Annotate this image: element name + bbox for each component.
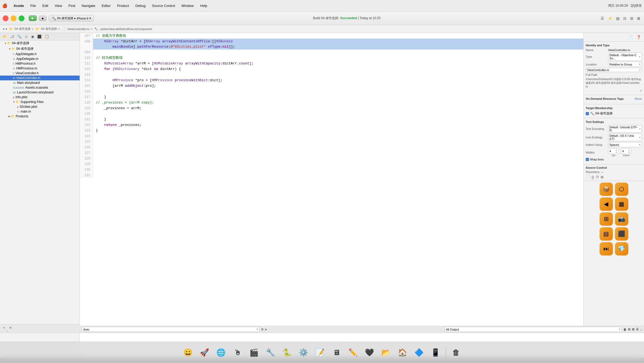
nav-filter-btn[interactable]: ≡ (9, 325, 13, 326)
sc-file-btn[interactable]: 📄 (586, 175, 590, 179)
sidebar-help-btn[interactable]: ❓ (635, 35, 642, 40)
wrap-lines-checkbox[interactable]: ✓ (586, 158, 589, 161)
filter-console-btn[interactable]: ☰ (636, 328, 639, 331)
dock-tools[interactable]: 🔧 (263, 345, 278, 360)
sc-clock-btn[interactable]: ⏱ (596, 175, 599, 179)
menu-edit[interactable]: Edit (41, 3, 49, 8)
dock-safari[interactable]: 🌐 (214, 345, 229, 360)
console-scroll-btn[interactable]: ↓ (640, 328, 642, 331)
dock-folder[interactable]: 📂 (379, 345, 394, 360)
tree-item-file[interactable]: sb LaunchScreen.storyboard (0, 90, 80, 95)
icon-btn-6[interactable]: 📷 (615, 212, 628, 226)
dock-diamond[interactable]: 🔷 (412, 345, 427, 360)
tree-item-file[interactable]: h HMProvince.h (0, 61, 80, 66)
tree-item-root[interactable]: ▼ 📁 04-省市选择 (0, 40, 80, 46)
location-dropdown[interactable]: Relative to Group (608, 62, 642, 67)
auto-dropdown[interactable]: Auto (82, 327, 259, 332)
dock-dvd[interactable]: 🎬 (247, 345, 262, 360)
window-minimize-btn[interactable] (11, 15, 16, 21)
breadcrumb-item-1[interactable]: 04-省市选择 (15, 27, 31, 31)
apple-menu[interactable]: 🍎 (2, 3, 7, 8)
layout-toggle-1[interactable]: ⊟ (622, 16, 628, 21)
dock-home[interactable]: 🏠 (395, 345, 410, 360)
tree-item-selected-file[interactable]: m ViewController.m (0, 76, 80, 80)
show-btn[interactable]: Show (634, 97, 642, 102)
output-dropdown[interactable]: All Output (445, 327, 622, 332)
output-clear-btn[interactable]: 🗑 (624, 328, 626, 331)
debug-filter-btn[interactable]: ≡ (265, 328, 267, 331)
icon-btn-10[interactable]: 💎 (615, 242, 628, 255)
reveal-in-finder[interactable]: ↗ (639, 89, 642, 93)
tree-item-file[interactable]: m AppDelegate.m (0, 56, 80, 61)
icon-btn-2[interactable]: ⬡ (615, 183, 628, 196)
debug-toggle[interactable]: ⚡ (607, 16, 613, 21)
menu-product[interactable]: Product (116, 3, 130, 8)
nav-add-btn[interactable]: + (2, 325, 6, 326)
menu-debug[interactable]: Debug (134, 3, 147, 8)
nav-folder-btn[interactable]: 📁 (2, 34, 8, 39)
type-dropdown[interactable]: Default - Objective-C So... (608, 53, 642, 61)
run-button[interactable]: ▶ (29, 15, 37, 21)
icon-btn-8[interactable]: ⬛ (615, 227, 628, 241)
indent-dropdown[interactable]: Spaces (608, 142, 642, 147)
dock-finder[interactable]: 😀 (181, 345, 196, 360)
sc-braces-btn[interactable]: {} (592, 175, 594, 179)
nav-debug-btn[interactable]: ⬛ (36, 34, 43, 39)
tree-item-file[interactable]: sb Main.storyboard (0, 80, 80, 85)
menu-editor[interactable]: Editor (100, 3, 112, 8)
breadcrumb-item-3[interactable]: ViewController.m (67, 27, 89, 31)
icon-btn-5[interactable]: ⊞ (600, 212, 613, 226)
menu-file[interactable]: File (29, 3, 37, 8)
dock-snake[interactable]: 🐍 (280, 345, 295, 360)
tree-item-file[interactable]: h AppDelegate.h (0, 52, 80, 56)
tree-item-file[interactable]: h ViewController.h (0, 71, 80, 76)
menu-find[interactable]: Find (67, 3, 76, 8)
tree-item-file[interactable]: xcassets Assets.xcassets (0, 85, 80, 90)
inspector-toggle[interactable]: ▤ (615, 16, 621, 21)
sc-grid-btn[interactable]: ⊞ (601, 175, 604, 179)
menu-view[interactable]: View (53, 3, 63, 8)
breadcrumb-item-2[interactable]: 04-省市选择 (41, 27, 57, 31)
breadcrumb-item-4[interactable]: -pickerView:didSelectRow:inComponent: (100, 27, 153, 31)
tree-item-supporting-files[interactable]: ▼ 📁 Supporting Files (0, 100, 80, 104)
nav-warning-btn[interactable]: ⚠ (24, 34, 29, 39)
file-input[interactable]: ViewController.m ↗ (586, 68, 642, 72)
layout-toggle-3[interactable]: ⊠ (636, 16, 641, 21)
code-area[interactable]: 107 // 加载为字典数组 108 NSArray *dictArr = [N… (80, 33, 583, 326)
tree-item-file[interactable]: p Info.plist (0, 95, 80, 100)
dock-mouse[interactable]: 🖱 (230, 345, 245, 360)
icon-btn-4[interactable]: ▦ (615, 197, 628, 211)
dock-notes[interactable]: 📝 (313, 345, 328, 360)
icon-btn-9[interactable]: ⏭ (600, 242, 613, 255)
menu-help[interactable]: Help (199, 3, 209, 8)
menu-source-control[interactable]: Source Control (151, 3, 176, 8)
menu-navigate[interactable]: Navigate (80, 3, 97, 8)
menu-window[interactable]: Window (180, 3, 195, 8)
tree-item-group[interactable]: ▼ 📁 04-省市选择 (0, 46, 80, 52)
nav-report-btn[interactable]: 📋 (44, 34, 50, 39)
dock-phone[interactable]: 📱 (428, 345, 443, 360)
split-btn-2[interactable]: ⊞ (632, 328, 634, 331)
debug-clear-btn[interactable]: ⊙ (261, 328, 263, 331)
icon-btn-3[interactable]: ◀ (600, 197, 613, 211)
indent-width-input[interactable]: 4 ▲▼ (621, 148, 631, 154)
tree-item-file[interactable]: m main.m (0, 109, 80, 114)
tree-item-file[interactable]: p 02cities.plist (0, 104, 80, 109)
line-endings-dropdown[interactable]: Default - OS X / Unix (LF) (608, 134, 642, 141)
layout-toggle-2[interactable]: ⊞ (629, 16, 634, 21)
tree-item-products[interactable]: ▶ 📁 Products (0, 114, 80, 119)
tab-width-input[interactable]: 4 ▲▼ (608, 148, 619, 154)
window-zoom-btn[interactable] (19, 15, 24, 21)
breadcrumb-nav-prev[interactable]: ◂ (3, 27, 4, 31)
dock-trash[interactable]: 🗑 (449, 345, 464, 360)
icon-btn-7[interactable]: ▤ (600, 227, 613, 241)
encoding-dropdown[interactable]: Default - Unicode (UTF-8) (608, 125, 642, 133)
nav-vcs-btn[interactable]: ⎇ (9, 34, 15, 39)
breadcrumb-nav-next[interactable]: ▸ (6, 27, 7, 31)
sidebar-file-btn[interactable]: 📄 (628, 35, 634, 40)
dock-monitor[interactable]: 🖥 (329, 345, 344, 360)
nav-search-btn[interactable]: 🔍 (16, 34, 23, 39)
nav-test-btn[interactable]: ◉ (30, 34, 35, 39)
menu-xcode[interactable]: Xcode (12, 3, 25, 8)
navigator-toggle[interactable]: ☰ (600, 16, 605, 21)
